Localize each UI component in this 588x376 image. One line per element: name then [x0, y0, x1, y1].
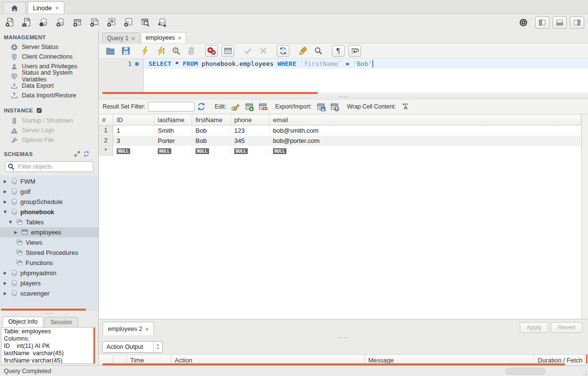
cell-lastname[interactable]: Smith	[154, 125, 192, 136]
close-icon[interactable]: ×	[178, 35, 182, 41]
schema-tree-item-phpmyadmin[interactable]: ▶phpmyadmin	[0, 268, 98, 278]
cell-id[interactable]: 3	[113, 136, 154, 146]
limit-rows-button[interactable]	[222, 45, 234, 57]
schema-tree-item-fwm[interactable]: ▶FWM	[0, 176, 98, 187]
editor-hscrollbar[interactable]	[102, 92, 318, 94]
stop-button[interactable]	[186, 46, 197, 56]
toggle-right-sidebar-button[interactable]	[570, 16, 584, 29]
cell-firstname[interactable]: Bob	[192, 136, 231, 146]
close-icon[interactable]: ×	[55, 5, 59, 11]
find-button[interactable]	[313, 46, 324, 56]
toggle-bottom-panel-button[interactable]	[553, 16, 567, 29]
import-records-button[interactable]	[329, 101, 340, 112]
cell-email[interactable]: NULL	[270, 146, 581, 156]
autocommit-button[interactable]	[277, 45, 289, 57]
sidebar-item-options-file[interactable]: Options File	[0, 135, 98, 145]
tab-query-1[interactable]: Query 1 ×	[102, 32, 140, 43]
wrap-cell-button[interactable]: A	[399, 101, 411, 112]
execute-button[interactable]	[139, 46, 151, 56]
column-header-rownum[interactable]: #	[99, 114, 113, 125]
sidebar-item-startup-shutdown[interactable]: Startup / Shutdown	[0, 116, 98, 125]
schema-tree-hscrollbar[interactable]	[1, 309, 86, 311]
cell-email[interactable]: bob@smith.com	[270, 125, 581, 136]
schema-tree-item-views[interactable]: Views	[0, 237, 98, 248]
chevron-collapsed-icon[interactable]: ▶	[2, 200, 8, 204]
sidebar-item-client-connections[interactable]: Client Connections	[0, 52, 98, 62]
inspect-database-button[interactable]: i	[38, 17, 49, 28]
schema-tree-item-phonebook[interactable]: ▼phonebook	[0, 207, 98, 217]
close-icon[interactable]: ×	[145, 326, 149, 332]
chevron-collapsed-icon[interactable]: ▶	[2, 291, 8, 296]
output-type-select[interactable]: Action Output ▴▾	[102, 341, 163, 353]
wrap-text-button[interactable]	[348, 45, 361, 57]
invisible-chars-button[interactable]: ¶	[332, 45, 345, 57]
close-icon[interactable]: ×	[131, 35, 135, 42]
schema-tree-item-tables[interactable]: ▼Tables	[0, 217, 98, 227]
sidebar-item-server-logs[interactable]: Server Logs	[0, 125, 98, 135]
cell-firstname[interactable]: NULL	[192, 146, 231, 156]
sidebar-item-status-and-system-variables[interactable]: Status and System Variables	[0, 71, 98, 81]
cell-id[interactable]: 1	[113, 125, 154, 136]
spinner-icon[interactable]: ▴▾	[153, 342, 162, 352]
row-number[interactable]: 1	[99, 125, 113, 136]
schema-tree-item-employees[interactable]: ▶employees	[0, 227, 98, 237]
beautify-button[interactable]	[297, 46, 309, 56]
column-header-phone[interactable]: phone	[231, 114, 270, 125]
schema-filter-input[interactable]	[5, 161, 93, 172]
chevron-collapsed-icon[interactable]: ▶	[2, 179, 8, 184]
object-info-scrollbar[interactable]	[93, 328, 95, 363]
output-vscrollbar[interactable]	[586, 355, 588, 363]
schema-tree-item-scavenger[interactable]: ▶scavenger	[0, 288, 98, 298]
chevron-expanded-icon[interactable]: ▼	[8, 220, 13, 224]
reconnect-dbms-button[interactable]	[156, 17, 168, 28]
new-query-tab-button[interactable]: SQL	[4, 17, 15, 28]
export-results-button[interactable]	[315, 101, 327, 112]
column-header-firstname[interactable]: firstName	[192, 114, 231, 125]
column-header-email[interactable]: email	[270, 114, 581, 125]
schema-tree-item-golf[interactable]: ▶golf	[0, 187, 98, 197]
row-number[interactable]: 2	[99, 136, 113, 146]
cell-phone[interactable]: 345	[231, 136, 270, 146]
result-filter-input[interactable]	[148, 102, 195, 111]
column-header-id[interactable]: ID	[113, 114, 154, 125]
create-view-button[interactable]	[89, 17, 100, 28]
tab-employees[interactable]: employees ×	[141, 32, 186, 43]
tab-result-employees-2[interactable]: employees 2 ×	[103, 322, 154, 335]
save-button[interactable]	[120, 46, 132, 56]
bottom-hscrollbar[interactable]	[506, 368, 545, 375]
stop-on-error-button[interactable]	[205, 45, 218, 57]
cell-email[interactable]: bob@porter.com	[270, 136, 581, 146]
chevron-expanded-icon[interactable]: ▼	[2, 210, 8, 214]
rollback-button[interactable]	[257, 46, 269, 56]
cell-firstname[interactable]: Bob	[192, 125, 231, 136]
schema-tree-item-players[interactable]: ▶players	[0, 278, 98, 288]
execute-current-button[interactable]	[155, 46, 166, 56]
schema-tree-item-groupschedule[interactable]: ▶groupSchedule	[0, 197, 98, 207]
chevron-collapsed-icon[interactable]: ▶	[2, 281, 8, 285]
cell-id[interactable]: NULL	[113, 146, 154, 156]
open-file-button[interactable]	[105, 46, 116, 56]
revert-button[interactable]: Revert	[551, 322, 582, 333]
schema-tree-item-functions[interactable]: Functions	[0, 258, 98, 268]
delete-row-button[interactable]	[257, 101, 269, 112]
output-splitter[interactable]	[99, 335, 588, 340]
tab-session[interactable]: Session	[45, 317, 77, 327]
sql-statement-line[interactable]: SELECT * FROM phonebook.employees WHERE …	[144, 59, 588, 69]
schema-tree-item-stored-procedures[interactable]: Stored Procedures	[0, 248, 98, 258]
sql-editor[interactable]: 1 SELECT * FROM phonebook.employees WHER…	[99, 58, 588, 92]
sidebar-splitter[interactable]	[0, 311, 98, 315]
commit-button[interactable]	[242, 46, 254, 56]
cell-phone[interactable]: 123	[231, 125, 270, 136]
column-header-lastname[interactable]: lastName	[154, 114, 192, 125]
toggle-left-sidebar-button[interactable]	[535, 16, 549, 29]
create-procedure-button[interactable]	[106, 17, 117, 28]
refresh-results-button[interactable]	[196, 101, 207, 112]
edit-record-button[interactable]	[230, 101, 241, 112]
connection-tab-linode[interactable]: Linode ×	[28, 1, 64, 14]
explain-button[interactable]	[170, 46, 182, 56]
apply-button[interactable]: Apply	[520, 322, 548, 333]
chevron-collapsed-icon[interactable]: ▶	[2, 271, 8, 275]
cell-lastname[interactable]: Porter	[154, 136, 192, 146]
tab-object-info[interactable]: Object Info	[2, 316, 43, 327]
row-number[interactable]: *	[99, 146, 113, 156]
